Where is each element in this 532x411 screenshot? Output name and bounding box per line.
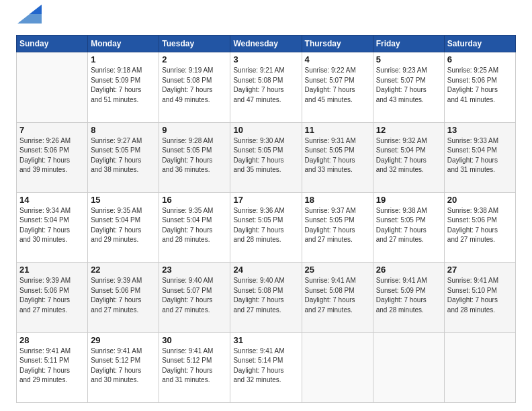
logo-icon [17, 5, 42, 24]
day-info: Sunrise: 9:35 AM Sunset: 5:04 PM Dayligh… [162, 206, 227, 245]
page: SundayMondayTuesdayWednesdayThursdayFrid… [0, 0, 532, 411]
day-info: Sunrise: 9:25 AM Sunset: 5:06 PM Dayligh… [447, 66, 513, 105]
day-number: 27 [447, 265, 513, 275]
calendar-cell: 10Sunrise: 9:30 AM Sunset: 5:05 PM Dayli… [230, 122, 302, 192]
day-number: 1 [91, 54, 156, 64]
day-number: 2 [162, 54, 227, 64]
calendar-cell: 17Sunrise: 9:36 AM Sunset: 5:05 PM Dayli… [230, 192, 302, 262]
calendar-cell: 23Sunrise: 9:40 AM Sunset: 5:07 PM Dayli… [159, 263, 230, 332]
day-number: 14 [19, 195, 85, 205]
day-number: 20 [447, 195, 513, 205]
calendar-cell: 22Sunrise: 9:39 AM Sunset: 5:06 PM Dayli… [88, 263, 159, 332]
calendar-cell: 29Sunrise: 9:41 AM Sunset: 5:12 PM Dayli… [88, 332, 159, 402]
day-number: 29 [91, 335, 156, 345]
day-number: 17 [233, 195, 298, 205]
calendar-cell: 14Sunrise: 9:34 AM Sunset: 5:04 PM Dayli… [17, 192, 88, 262]
day-number: 16 [162, 195, 227, 205]
day-info: Sunrise: 9:41 AM Sunset: 5:12 PM Dayligh… [91, 347, 156, 385]
calendar-cell: 5Sunrise: 9:23 AM Sunset: 5:07 PM Daylig… [373, 52, 444, 122]
day-info: Sunrise: 9:32 AM Sunset: 5:04 PM Dayligh… [376, 136, 441, 175]
calendar-cell [17, 52, 88, 122]
calendar-cell [373, 332, 444, 402]
day-number: 12 [376, 125, 441, 135]
day-number: 4 [305, 54, 370, 64]
calendar-cell: 19Sunrise: 9:38 AM Sunset: 5:05 PM Dayli… [373, 192, 444, 262]
calendar-cell: 11Sunrise: 9:31 AM Sunset: 5:05 PM Dayli… [302, 122, 373, 192]
weekday-header-wednesday: Wednesday [230, 36, 302, 52]
day-info: Sunrise: 9:41 AM Sunset: 5:12 PM Dayligh… [162, 347, 227, 385]
day-info: Sunrise: 9:18 AM Sunset: 5:09 PM Dayligh… [91, 66, 156, 105]
weekday-header-tuesday: Tuesday [159, 36, 230, 52]
calendar-cell: 4Sunrise: 9:22 AM Sunset: 5:07 PM Daylig… [302, 52, 373, 122]
day-info: Sunrise: 9:36 AM Sunset: 5:05 PM Dayligh… [233, 206, 298, 245]
calendar-week-row: 28Sunrise: 9:41 AM Sunset: 5:11 PM Dayli… [17, 332, 516, 402]
calendar-week-row: 21Sunrise: 9:39 AM Sunset: 5:06 PM Dayli… [17, 263, 516, 332]
day-info: Sunrise: 9:35 AM Sunset: 5:04 PM Dayligh… [91, 206, 156, 245]
day-number: 18 [305, 195, 370, 205]
calendar-cell: 12Sunrise: 9:32 AM Sunset: 5:04 PM Dayli… [373, 122, 444, 192]
day-number: 24 [233, 265, 298, 275]
day-info: Sunrise: 9:40 AM Sunset: 5:07 PM Dayligh… [162, 276, 227, 315]
calendar-cell: 13Sunrise: 9:33 AM Sunset: 5:04 PM Dayli… [444, 122, 515, 192]
day-number: 21 [19, 265, 85, 275]
calendar-table: SundayMondayTuesdayWednesdayThursdayFrid… [16, 35, 516, 403]
calendar-cell: 1Sunrise: 9:18 AM Sunset: 5:09 PM Daylig… [88, 52, 159, 122]
day-info: Sunrise: 9:38 AM Sunset: 5:05 PM Dayligh… [376, 206, 441, 245]
day-info: Sunrise: 9:40 AM Sunset: 5:08 PM Dayligh… [233, 276, 298, 315]
day-number: 22 [91, 265, 156, 275]
day-info: Sunrise: 9:21 AM Sunset: 5:08 PM Dayligh… [233, 66, 298, 105]
day-number: 31 [233, 335, 298, 345]
logo [16, 12, 42, 28]
day-number: 10 [233, 125, 298, 135]
day-info: Sunrise: 9:28 AM Sunset: 5:05 PM Dayligh… [162, 136, 227, 175]
day-number: 7 [19, 125, 85, 135]
calendar-cell: 21Sunrise: 9:39 AM Sunset: 5:06 PM Dayli… [17, 263, 88, 332]
day-number: 6 [447, 54, 513, 64]
weekday-header-saturday: Saturday [444, 36, 515, 52]
day-info: Sunrise: 9:34 AM Sunset: 5:04 PM Dayligh… [19, 206, 85, 245]
day-info: Sunrise: 9:41 AM Sunset: 5:14 PM Dayligh… [233, 347, 298, 385]
day-number: 26 [376, 265, 441, 275]
calendar-cell: 31Sunrise: 9:41 AM Sunset: 5:14 PM Dayli… [230, 332, 302, 402]
calendar-cell: 7Sunrise: 9:26 AM Sunset: 5:06 PM Daylig… [17, 122, 88, 192]
day-info: Sunrise: 9:41 AM Sunset: 5:11 PM Dayligh… [19, 347, 85, 385]
calendar-cell: 30Sunrise: 9:41 AM Sunset: 5:12 PM Dayli… [159, 332, 230, 402]
calendar-cell: 26Sunrise: 9:41 AM Sunset: 5:09 PM Dayli… [373, 263, 444, 332]
day-number: 8 [91, 125, 156, 135]
calendar-cell: 2Sunrise: 9:19 AM Sunset: 5:08 PM Daylig… [159, 52, 230, 122]
day-number: 23 [162, 265, 227, 275]
day-info: Sunrise: 9:39 AM Sunset: 5:06 PM Dayligh… [19, 276, 85, 315]
day-info: Sunrise: 9:41 AM Sunset: 5:10 PM Dayligh… [447, 276, 513, 315]
day-info: Sunrise: 9:23 AM Sunset: 5:07 PM Dayligh… [376, 66, 441, 105]
day-number: 5 [376, 54, 441, 64]
calendar-cell: 28Sunrise: 9:41 AM Sunset: 5:11 PM Dayli… [17, 332, 88, 402]
day-info: Sunrise: 9:37 AM Sunset: 5:05 PM Dayligh… [305, 206, 370, 245]
calendar-cell: 3Sunrise: 9:21 AM Sunset: 5:08 PM Daylig… [230, 52, 302, 122]
day-number: 9 [162, 125, 227, 135]
day-info: Sunrise: 9:41 AM Sunset: 5:08 PM Dayligh… [305, 276, 370, 315]
day-number: 28 [19, 335, 85, 345]
day-number: 19 [376, 195, 441, 205]
day-info: Sunrise: 9:38 AM Sunset: 5:06 PM Dayligh… [447, 206, 513, 245]
day-info: Sunrise: 9:39 AM Sunset: 5:06 PM Dayligh… [91, 276, 156, 315]
day-number: 30 [162, 335, 227, 345]
weekday-header-monday: Monday [88, 36, 159, 52]
day-number: 25 [305, 265, 370, 275]
weekday-header-thursday: Thursday [302, 36, 373, 52]
calendar-header-row: SundayMondayTuesdayWednesdayThursdayFrid… [17, 36, 516, 52]
day-info: Sunrise: 9:30 AM Sunset: 5:05 PM Dayligh… [233, 136, 298, 175]
calendar-cell: 25Sunrise: 9:41 AM Sunset: 5:08 PM Dayli… [302, 263, 373, 332]
day-number: 11 [305, 125, 370, 135]
calendar-week-row: 7Sunrise: 9:26 AM Sunset: 5:06 PM Daylig… [17, 122, 516, 192]
calendar-cell: 20Sunrise: 9:38 AM Sunset: 5:06 PM Dayli… [444, 192, 515, 262]
day-number: 15 [91, 195, 156, 205]
day-info: Sunrise: 9:31 AM Sunset: 5:05 PM Dayligh… [305, 136, 370, 175]
calendar-cell: 24Sunrise: 9:40 AM Sunset: 5:08 PM Dayli… [230, 263, 302, 332]
calendar-week-row: 14Sunrise: 9:34 AM Sunset: 5:04 PM Dayli… [17, 192, 516, 262]
day-number: 13 [447, 125, 513, 135]
weekday-header-friday: Friday [373, 36, 444, 52]
day-info: Sunrise: 9:33 AM Sunset: 5:04 PM Dayligh… [447, 136, 513, 175]
calendar-cell: 9Sunrise: 9:28 AM Sunset: 5:05 PM Daylig… [159, 122, 230, 192]
calendar-cell [444, 332, 515, 402]
header [16, 12, 516, 28]
